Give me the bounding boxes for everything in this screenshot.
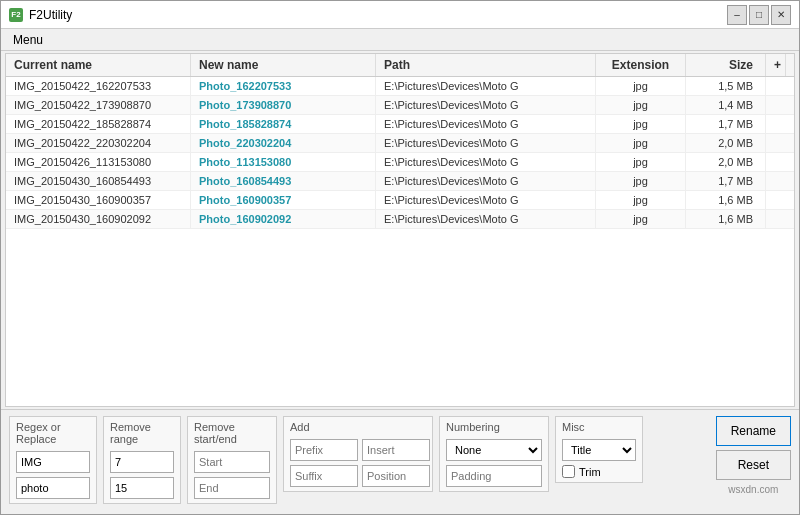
cell-ext: jpg [596,210,686,228]
header-current-name[interactable]: Current name [6,54,191,76]
cell-size: 1,7 MB [686,172,766,190]
misc-label: Misc [562,421,636,433]
misc-group: Misc TitleUpperLower Trim [555,416,643,483]
regex-find-input[interactable] [16,451,90,473]
cell-path: E:\Pictures\Devices\Moto G [376,115,596,133]
add-insert-input[interactable] [362,439,430,461]
cell-ext: jpg [596,134,686,152]
cell-current: IMG_20150430_160900357 [6,191,191,209]
cell-path: E:\Pictures\Devices\Moto G [376,77,596,95]
cell-size: 2,0 MB [686,134,766,152]
table-row[interactable]: IMG_20150430_160900357 Photo_160900357 E… [6,191,794,210]
trim-row: Trim [562,465,636,478]
bottom-panel: Regex or Replace Remove range Remove sta… [1,409,799,514]
cell-ext: jpg [596,172,686,190]
numbering-select[interactable]: NonePrefixSuffix [446,439,542,461]
range-end-input[interactable] [110,477,174,499]
cell-current: IMG_20150430_160854493 [6,172,191,190]
remove-range-group: Remove range [103,416,181,504]
table-row[interactable]: IMG_20150422_173908870 Photo_173908870 E… [6,96,794,115]
cell-path: E:\Pictures\Devices\Moto G [376,96,596,114]
footer-link: wsxdn.com [716,484,791,495]
table-body: IMG_20150422_162207533 Photo_162207533 E… [6,77,794,406]
menu-bar: Menu [1,29,799,51]
cell-ext: jpg [596,153,686,171]
cell-ext: jpg [596,115,686,133]
startend-end-input[interactable] [194,477,270,499]
cell-new: Photo_160854493 [191,172,376,190]
header-size[interactable]: Size [686,54,766,76]
trim-checkbox[interactable] [562,465,575,478]
header-path[interactable]: Path [376,54,596,76]
window-title: F2Utility [29,8,72,22]
cell-ext: jpg [596,191,686,209]
table-row[interactable]: IMG_20150426_113153080 Photo_113153080 E… [6,153,794,172]
cell-current: IMG_20150422_220302204 [6,134,191,152]
misc-select[interactable]: TitleUpperLower [562,439,636,461]
cell-new: Photo_220302204 [191,134,376,152]
cell-path: E:\Pictures\Devices\Moto G [376,191,596,209]
range-start-input[interactable] [110,451,174,473]
add-prefix-input[interactable] [290,439,358,461]
maximize-button[interactable]: □ [749,5,769,25]
table-row[interactable]: IMG_20150430_160902092 Photo_160902092 E… [6,210,794,229]
header-new-name[interactable]: New name [191,54,376,76]
cell-size: 1,6 MB [686,210,766,228]
cell-new: Photo_160902092 [191,210,376,228]
app-icon: F2 [9,8,23,22]
regex-group-label: Regex or Replace [16,421,90,445]
cell-size: 1,6 MB [686,191,766,209]
remove-startend-label: Remove start/end [194,421,270,445]
numbering-group: Numbering NonePrefixSuffix [439,416,549,492]
cell-current: IMG_20150422_173908870 [6,96,191,114]
cell-new: Photo_185828874 [191,115,376,133]
action-buttons: Rename Reset wsxdn.com [716,416,791,495]
window-controls: – □ ✕ [727,5,791,25]
menu-item-menu[interactable]: Menu [5,31,51,49]
remove-startend-group: Remove start/end [187,416,277,504]
table-row[interactable]: IMG_20150422_185828874 Photo_185828874 E… [6,115,794,134]
numbering-padding-input[interactable] [446,465,542,487]
cell-ext: jpg [596,77,686,95]
add-row-1 [290,439,426,461]
title-bar: F2 F2Utility – □ ✕ [1,1,799,29]
cell-new: Photo_113153080 [191,153,376,171]
cell-current: IMG_20150422_162207533 [6,77,191,95]
reset-button[interactable]: Reset [716,450,791,480]
cell-path: E:\Pictures\Devices\Moto G [376,153,596,171]
table-row[interactable]: IMG_20150430_160854493 Photo_160854493 E… [6,172,794,191]
file-table: Current name New name Path Extension Siz… [5,53,795,407]
table-header: Current name New name Path Extension Siz… [6,54,794,77]
main-window: F2 F2Utility – □ ✕ Menu Current name New… [0,0,800,515]
add-group-label: Add [290,421,426,433]
cell-new: Photo_160900357 [191,191,376,209]
cell-path: E:\Pictures\Devices\Moto G [376,210,596,228]
add-position-input[interactable] [362,465,430,487]
startend-start-input[interactable] [194,451,270,473]
rename-button[interactable]: Rename [716,416,791,446]
cell-current: IMG_20150426_113153080 [6,153,191,171]
cell-current: IMG_20150430_160902092 [6,210,191,228]
regex-replace-input[interactable] [16,477,90,499]
header-plus[interactable]: + [766,54,786,76]
cell-size: 1,5 MB [686,77,766,95]
trim-label: Trim [579,466,601,478]
add-group: Add [283,416,433,492]
add-row-2 [290,465,426,487]
cell-path: E:\Pictures\Devices\Moto G [376,134,596,152]
cell-size: 1,4 MB [686,96,766,114]
cell-size: 2,0 MB [686,153,766,171]
close-button[interactable]: ✕ [771,5,791,25]
cell-new: Photo_162207533 [191,77,376,95]
cell-current: IMG_20150422_185828874 [6,115,191,133]
minimize-button[interactable]: – [727,5,747,25]
numbering-label: Numbering [446,421,542,433]
title-bar-left: F2 F2Utility [9,8,72,22]
cell-size: 1,7 MB [686,115,766,133]
table-row[interactable]: IMG_20150422_162207533 Photo_162207533 E… [6,77,794,96]
remove-range-label: Remove range [110,421,174,445]
cell-path: E:\Pictures\Devices\Moto G [376,172,596,190]
table-row[interactable]: IMG_20150422_220302204 Photo_220302204 E… [6,134,794,153]
add-suffix-input[interactable] [290,465,358,487]
header-extension[interactable]: Extension [596,54,686,76]
